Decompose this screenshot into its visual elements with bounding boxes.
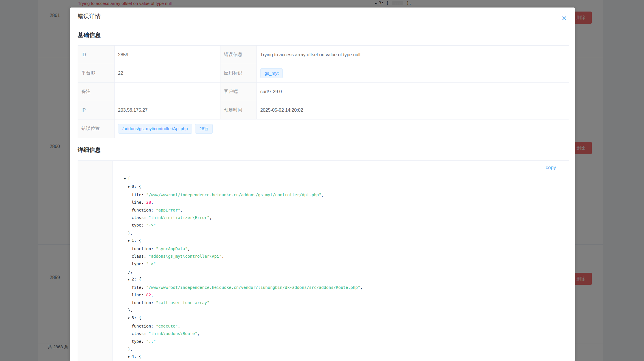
error-file-tag: /addons/gs_myt/controller/Api.php	[118, 124, 192, 134]
json-bracket: {	[139, 238, 141, 243]
json-value: "execute"	[156, 324, 178, 328]
expand-arrow-icon[interactable]: ▼	[128, 183, 132, 191]
json-value: "::"	[146, 339, 156, 344]
json-key: function:	[132, 300, 156, 305]
json-comma: ,	[360, 285, 362, 290]
field-label-error-message: 错误信息	[220, 46, 257, 64]
json-tree-line: function: "call_user_func_array"	[124, 299, 569, 306]
json-bracket: },	[128, 308, 133, 313]
json-tree-line: function: "syncAppData",	[124, 245, 569, 252]
field-value-id: 2859	[115, 46, 220, 64]
json-key: type:	[132, 339, 146, 344]
field-label-client: 客户端	[220, 83, 257, 101]
json-key: class:	[132, 215, 149, 220]
field-value-ip: 203.56.175.27	[115, 101, 220, 119]
json-comma: ,	[151, 200, 153, 205]
detail-content: copy ▼[▼0: {file: "/www/wwwroot/independ…	[113, 161, 569, 361]
table-row: 备注 客户端 curl/7.29.0	[78, 83, 569, 101]
json-tree-line: },	[124, 306, 569, 314]
section-heading-detail-info: 详细信息	[78, 146, 569, 154]
table-row: 平台ID 22 应用标识 gs_myt	[78, 64, 569, 83]
json-bracket: {	[139, 277, 141, 281]
field-label-remark: 备注	[78, 83, 115, 101]
json-bracket: },	[128, 347, 133, 351]
json-value: "->"	[146, 223, 156, 227]
json-value: "/www/wwwroot/independence.heiduoke.cn/a…	[146, 192, 321, 197]
field-value-created-time: 2025-05-02 14:20:02	[257, 101, 569, 119]
json-comma: ,	[188, 246, 190, 251]
json-key: type:	[132, 261, 146, 266]
expand-arrow-icon[interactable]: ▼	[128, 237, 132, 245]
json-tree-line: type: "->"	[124, 260, 569, 268]
json-tree-line: line: 28,	[124, 199, 569, 206]
json-comma: ,	[180, 208, 183, 212]
json-tree-line: ▼3: {	[124, 314, 569, 322]
json-key: 1:	[132, 238, 139, 243]
field-value-platform-id: 22	[115, 64, 220, 83]
json-key: file:	[132, 285, 146, 290]
json-value: "->"	[146, 261, 156, 266]
field-label-created-time: 创建时间	[220, 101, 257, 119]
error-line-tag: 28行	[195, 124, 213, 134]
field-label-ip: IP	[78, 101, 115, 119]
field-label-id: ID	[78, 46, 115, 64]
json-key: 3:	[132, 315, 139, 320]
json-key: file:	[132, 192, 146, 197]
json-comma: ,	[197, 331, 200, 336]
json-comma: ,	[151, 293, 153, 297]
json-bracket: [	[128, 176, 130, 181]
json-value: "think\addons\Route"	[149, 331, 197, 336]
json-value: "addons\gs_myt\controller\Api"	[149, 254, 222, 259]
json-tree-line: type: "->"	[124, 221, 569, 229]
json-tree-line: file: "/www/wwwroot/independence.heiduok…	[124, 284, 569, 291]
expand-arrow-icon[interactable]: ▼	[124, 175, 128, 183]
expand-arrow-icon[interactable]: ▼	[128, 276, 132, 283]
field-value-error-location: /addons/gs_myt/controller/Api.php28行	[115, 119, 569, 138]
json-tree-line: },	[124, 345, 569, 353]
json-comma: ,	[209, 215, 212, 220]
json-tree-line: ▼2: {	[124, 275, 569, 283]
json-tree-line: class: "think\addons\Route",	[124, 330, 569, 337]
json-value: "/www/wwwroot/independence.heiduoke.cn/v…	[146, 285, 360, 290]
section-heading-basic-info: 基础信息	[78, 31, 569, 39]
field-label-error-location: 错误位置	[78, 119, 115, 138]
json-tree-line: ▼0: {	[124, 183, 569, 191]
error-detail-dialog: 错误详情 × 基础信息 ID 2859 错误信息 Trying to acces…	[70, 8, 575, 361]
json-bracket: {	[139, 315, 141, 320]
json-comma: ,	[222, 254, 224, 259]
json-value: 28	[146, 200, 151, 205]
table-row: IP 203.56.175.27 创建时间 2025-05-02 14:20:0…	[78, 101, 569, 119]
field-value-error-message: Trying to access array offset on value o…	[257, 46, 569, 64]
close-icon[interactable]: ×	[561, 14, 567, 23]
json-tree-line: ▼1: {	[124, 237, 569, 245]
field-label-app-key: 应用标识	[220, 64, 257, 83]
copy-link[interactable]: copy	[546, 165, 556, 171]
detail-label-column	[78, 161, 113, 361]
expand-arrow-icon[interactable]: ▼	[128, 353, 132, 361]
dialog-title: 错误详情	[78, 8, 569, 20]
json-tree-line: line: 82,	[124, 291, 569, 299]
json-value: "think\initializer\Error"	[149, 215, 209, 220]
json-tree-line: },	[124, 229, 569, 237]
json-key: function:	[132, 208, 156, 212]
json-tree-line: },	[124, 268, 569, 275]
json-value: "appError"	[156, 208, 180, 212]
json-key: class:	[132, 331, 149, 336]
expand-arrow-icon[interactable]: ▼	[128, 315, 132, 322]
json-tree-line: ▼4: {	[124, 353, 569, 361]
json-bracket: {	[139, 184, 141, 189]
app-key-tag: gs_myt	[260, 68, 283, 78]
basic-info-table: ID 2859 错误信息 Trying to access array offs…	[78, 45, 569, 138]
field-value-app-key: gs_myt	[257, 64, 569, 83]
table-row: ID 2859 错误信息 Trying to access array offs…	[78, 46, 569, 64]
table-row: 错误位置 /addons/gs_myt/controller/Api.php28…	[78, 119, 569, 138]
field-value-client: curl/7.29.0	[257, 83, 569, 101]
json-bracket: },	[128, 269, 133, 274]
json-tree-line: class: "addons\gs_myt\controller\Api",	[124, 252, 569, 260]
json-tree-line: ▼[	[124, 175, 569, 183]
json-comma: ,	[321, 192, 323, 197]
json-tree-line: class: "think\initializer\Error",	[124, 214, 569, 221]
json-key: line:	[132, 293, 146, 297]
json-value: "call_user_func_array"	[156, 300, 209, 305]
json-key: class:	[132, 254, 149, 259]
